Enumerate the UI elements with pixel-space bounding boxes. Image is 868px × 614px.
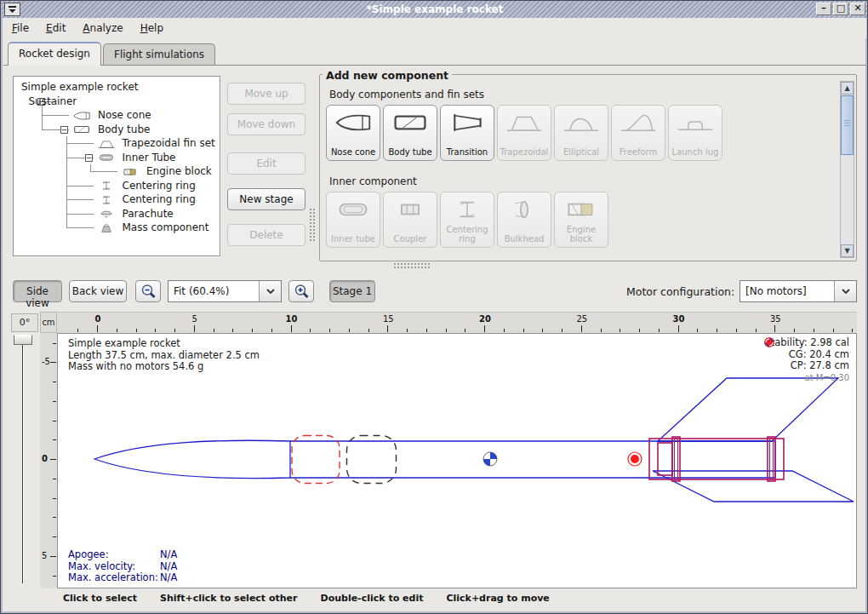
- body-components-row: Nose coneBody tubeTransitionTrapezoidalE…: [326, 105, 722, 161]
- close-button[interactable]: ✕: [850, 3, 865, 15]
- body-tube-button[interactable]: Body tube: [383, 105, 437, 161]
- add-component-title: Add new component: [323, 69, 452, 82]
- status-hint: Shift+click to select other: [160, 593, 298, 611]
- new-stage-button[interactable]: New stage: [227, 188, 306, 210]
- component-button-label: Body tube: [388, 147, 431, 157]
- scroll-down-icon[interactable]: ▼: [841, 244, 854, 257]
- maximize-button[interactable]: □: [833, 3, 848, 15]
- minimize-button[interactable]: –: [816, 3, 831, 15]
- stability-info: Stability: 2.98 cal CG: 20.4 cm CP: 27.8…: [764, 337, 849, 383]
- vertical-splitter-grip[interactable]: [309, 208, 315, 242]
- engine-block-button[interactable]: Engine block: [554, 192, 608, 248]
- bulkhead-button[interactable]: Bulkhead: [497, 192, 551, 248]
- elliptical-button[interactable]: Elliptical: [554, 105, 608, 161]
- stage-1-toggle[interactable]: Stage 1: [329, 280, 375, 302]
- launch-lug-button[interactable]: Launch lug: [668, 105, 722, 161]
- rocket-canvas[interactable]: Simple example rocket Length 37.5 cm, ma…: [57, 333, 857, 588]
- ruler-label: 20: [477, 314, 493, 324]
- horizontal-ruler: 05101520253035: [57, 312, 857, 333]
- freeform-button[interactable]: Freeform: [611, 105, 665, 161]
- cp-line: CP: 27.8 cm: [764, 360, 849, 372]
- tree-guide: [66, 199, 94, 200]
- tree-expander-icon[interactable]: [60, 126, 68, 134]
- zoom-out-button[interactable]: [135, 280, 161, 302]
- ruler-tick: [50, 459, 56, 460]
- scroll-up-icon[interactable]: ▲: [841, 82, 854, 95]
- zoom-level-combobox[interactable]: Fit (60.4%): [168, 280, 282, 302]
- menu-file[interactable]: File: [10, 20, 31, 36]
- side-view-button[interactable]: Side view: [13, 280, 62, 302]
- move-down-button[interactable]: Move down: [227, 113, 306, 135]
- zoom-in-icon: [294, 284, 310, 300]
- tree-item-inner-tube[interactable]: Inner Tube: [14, 151, 220, 165]
- tree-item-nose-cone[interactable]: Nose cone: [14, 108, 220, 123]
- ruler-tick: [717, 329, 717, 332]
- launchlug-icon: [677, 110, 714, 135]
- flight-data-row: Max. velocity:N/A: [68, 561, 177, 573]
- tree-item-trapezoidal-fin-set[interactable]: Trapezoidal fin set: [14, 136, 220, 151]
- component-button-label: Launch lug: [672, 147, 719, 157]
- tree-item-centering-ring[interactable]: Centering ring: [14, 179, 220, 193]
- tree-item-sustainer[interactable]: Sustainer: [14, 95, 220, 109]
- edit-button[interactable]: Edit: [227, 152, 306, 175]
- tab-flight-simulations[interactable]: Flight simulations: [103, 43, 215, 66]
- tree-item-centering-ring[interactable]: Centering ring: [14, 192, 220, 207]
- rotation-slider-handle[interactable]: [14, 335, 32, 345]
- move-up-button[interactable]: Move up: [227, 83, 306, 105]
- menu-edit[interactable]: Edit: [44, 20, 67, 36]
- motor-combo-arrow[interactable]: [834, 281, 856, 301]
- centering-ring-button[interactable]: Centering ring: [440, 192, 494, 248]
- tree-item-engine-block[interactable]: Engine block: [14, 164, 220, 179]
- horizontal-splitter-grip[interactable]: [393, 262, 431, 268]
- zoom-level-value: Fit (60.4%): [168, 281, 259, 301]
- ruler-tick: [53, 479, 56, 479]
- ruler-tick: [53, 421, 56, 422]
- tree-item-simple-example-rocket[interactable]: Simple example rocket: [14, 80, 220, 95]
- zoom-combo-arrow[interactable]: [259, 281, 281, 301]
- coupler-button[interactable]: Coupler: [383, 192, 437, 248]
- ruler-label: 0: [90, 314, 106, 324]
- tree-item-mass-component[interactable]: Mass component: [14, 221, 220, 235]
- app-window: *Simple example rocket – □ ✕ FileEditAna…: [0, 0, 868, 614]
- delete-button[interactable]: Delete: [227, 224, 306, 246]
- window-menu-icon[interactable]: [4, 3, 20, 16]
- tree-item-parachute[interactable]: Parachute: [14, 207, 220, 221]
- tree-item-label: Inner Tube: [123, 152, 176, 164]
- menu-analyze[interactable]: Analyze: [81, 20, 124, 36]
- ruler-label: -5: [42, 357, 50, 366]
- cg-value: CG: 20.4 cm: [789, 349, 849, 361]
- rotation-slider-track[interactable]: [22, 340, 24, 583]
- bodytube-icon: [391, 110, 429, 135]
- back-view-button[interactable]: Back view: [69, 280, 127, 302]
- ruler-tick: [659, 329, 660, 332]
- trapezoidal-button[interactable]: Trapezoidal: [497, 105, 551, 161]
- transition-button[interactable]: Transition: [440, 105, 494, 161]
- tree-guide: [66, 214, 94, 215]
- zoom-in-button[interactable]: [288, 280, 314, 302]
- inner-components-row: Inner tubeCouplerCentering ringBulkheadE…: [326, 192, 608, 248]
- nose-cone-button[interactable]: Nose cone: [326, 105, 380, 161]
- tree-item-body-tube[interactable]: Body tube: [14, 123, 220, 137]
- cp-marker: [628, 452, 642, 466]
- cp-value: CP: 27.8 cm: [791, 360, 849, 372]
- tab-rocket-design[interactable]: Rocket design: [8, 42, 101, 66]
- ruler-tick: [736, 329, 737, 332]
- inner-tube-button[interactable]: Inner tube: [326, 192, 380, 248]
- cg-marker: [483, 452, 497, 466]
- tab-bar: Rocket design Flight simulations: [3, 38, 866, 66]
- motor-configuration-label: Motor configuration:: [626, 285, 734, 298]
- menu-help[interactable]: Help: [139, 20, 165, 36]
- tree-expander-icon[interactable]: [85, 154, 93, 162]
- component-button-label: Inner tube: [331, 234, 375, 244]
- centeringring-icon: [448, 197, 486, 222]
- window-menu-glyph: [8, 6, 17, 14]
- inner-tube-outline: [649, 439, 784, 479]
- content-divider: [3, 65, 866, 66]
- ruler-tick: [426, 329, 427, 332]
- masscomponent-icon: [95, 222, 117, 234]
- tree-guide: [66, 186, 94, 186]
- component-scrollbar[interactable]: ▲ ▼: [840, 81, 854, 258]
- motor-configuration-combobox[interactable]: [No motors]: [740, 280, 857, 302]
- component-button-label: Elliptical: [563, 147, 599, 157]
- scrollbar-thumb[interactable]: [841, 95, 854, 155]
